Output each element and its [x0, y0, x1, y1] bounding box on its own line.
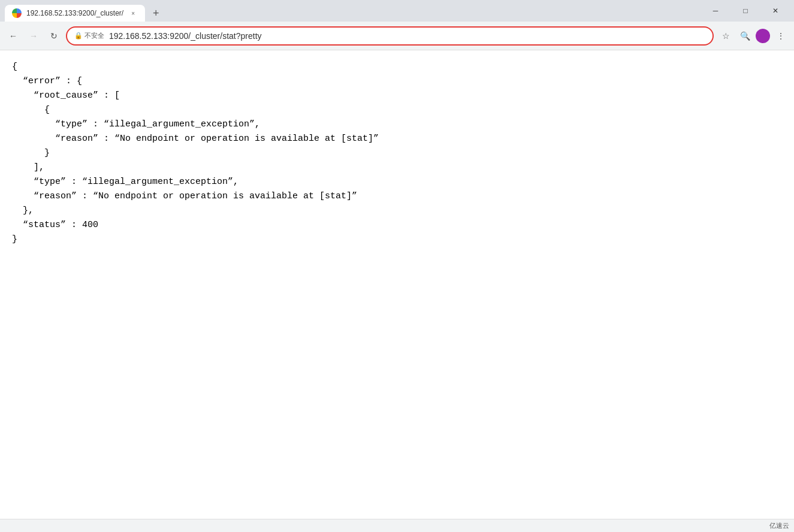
json-line: }: [12, 146, 782, 161]
tab-favicon: [12, 8, 22, 18]
json-line: }: [12, 232, 782, 247]
json-line: {: [12, 60, 782, 74]
search-button[interactable]: 🔍: [736, 28, 753, 44]
new-tab-button[interactable]: +: [147, 5, 164, 22]
json-line: “type” : “illegal_argument_exception”,: [12, 117, 782, 132]
json-line: “reason” : “No endpoint or operation is …: [12, 189, 782, 204]
json-line: {: [12, 103, 782, 117]
tab-title: 192.168.52.133:9200/_cluster/: [26, 9, 123, 17]
tab-strip: 192.168.52.133:9200/_cluster/ × +: [0, 0, 702, 22]
forward-button[interactable]: →: [25, 28, 42, 44]
json-line: “status” : 400: [12, 218, 782, 232]
bottom-bar: 亿速云: [0, 519, 794, 532]
tab-close-button[interactable]: ×: [128, 8, 138, 18]
bookmarks-star-button[interactable]: ☆: [717, 28, 734, 44]
json-line: “type” : “illegal_argument_exception”,: [12, 175, 782, 189]
json-line: “reason” : “No endpoint or operation is …: [12, 132, 782, 146]
security-label: 不安全: [84, 31, 104, 40]
profile-button[interactable]: [756, 29, 770, 43]
toolbar: ← → ↻ 🔒 不安全 ☆ 🔍 ⋮: [0, 22, 794, 50]
json-line: “error” : {: [12, 74, 782, 89]
json-line: },: [12, 204, 782, 218]
maximize-button[interactable]: □: [732, 0, 759, 22]
toolbar-right: ☆ 🔍 ⋮: [717, 28, 789, 44]
active-tab[interactable]: 192.168.52.133:9200/_cluster/ ×: [5, 5, 145, 22]
close-window-button[interactable]: ✕: [762, 0, 789, 22]
json-line: ],: [12, 161, 782, 175]
menu-button[interactable]: ⋮: [772, 28, 789, 44]
address-bar[interactable]: 🔒 不安全: [66, 26, 714, 46]
watermark-label: 亿速云: [769, 521, 789, 530]
refresh-button[interactable]: ↻: [46, 28, 62, 44]
minimize-button[interactable]: ─: [702, 0, 729, 22]
title-bar: 192.168.52.133:9200/_cluster/ × + ─ □ ✕: [0, 0, 794, 22]
json-line: “root_cause” : [: [12, 89, 782, 103]
window-controls: ─ □ ✕: [702, 0, 794, 22]
url-input[interactable]: [109, 31, 705, 41]
lock-icon: 🔒: [74, 32, 83, 40]
content-area: { “error” : { “root_cause” : [ { “type” …: [0, 50, 794, 519]
security-indicator: 🔒 不安全: [74, 31, 104, 40]
browser-window: 192.168.52.133:9200/_cluster/ × + ─ □ ✕ …: [0, 0, 794, 532]
back-button[interactable]: ←: [5, 28, 22, 44]
